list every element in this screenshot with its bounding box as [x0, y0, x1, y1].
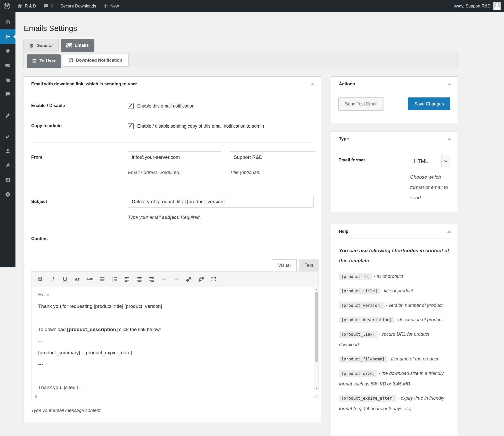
account-menu[interactable]: Howdy, Support R&D — [450, 2, 504, 10]
align-left-icon — [124, 276, 130, 282]
sidebar-item-comments[interactable] — [0, 87, 15, 102]
email-settings-panel: Email with download link, which is sendi… — [23, 76, 321, 423]
menu-separator — [0, 123, 15, 129]
copy-to-admin-label: Copy to admin — [31, 123, 128, 129]
comments-bubble-icon — [43, 3, 48, 9]
editor-tab-text[interactable]: Text — [299, 259, 319, 271]
divider — [32, 142, 314, 143]
posts-pin-icon — [5, 48, 11, 54]
sidebar-item-posts[interactable] — [0, 44, 15, 58]
editor-tab-visual[interactable]: Visual — [272, 259, 297, 271]
bulleted-list-icon — [99, 276, 105, 282]
from-label: From — [31, 155, 128, 160]
editor-paragraph — [38, 372, 307, 379]
numbered-list-button[interactable]: 123 — [109, 274, 120, 285]
save-changes-button[interactable]: Save Changes — [408, 97, 450, 110]
bold-button[interactable]: B — [35, 274, 46, 285]
scroll-up-icon[interactable]: ▲ — [314, 287, 319, 292]
collapse-toggle-icon[interactable] — [447, 230, 451, 233]
editor-paragraph — [38, 314, 307, 321]
svg-text:3: 3 — [112, 280, 113, 282]
content-label: Content — [31, 236, 128, 241]
shortcode-item: [product_expire_after] - expiry time in … — [339, 393, 450, 414]
scrollbar-thumb[interactable] — [315, 292, 318, 362]
collapse-toggle-icon[interactable] — [447, 138, 451, 140]
strikethrough-button[interactable]: ABC — [84, 274, 95, 285]
site-name-menu[interactable]: R & D — [14, 0, 40, 12]
copy-checkbox-label: Enable / disable sending copy of this em… — [137, 124, 264, 129]
shortcode-code: [product_version] — [339, 302, 385, 309]
shortcode-description: - ID of product — [374, 274, 403, 279]
subject-label: Subject — [31, 199, 128, 204]
undo-icon — [161, 276, 167, 282]
sidebar-item-plugins[interactable] — [0, 129, 15, 144]
secure-downloads-menu[interactable]: Secure Downloads — [57, 0, 100, 12]
link-button[interactable] — [183, 274, 194, 285]
wp-logo-menu[interactable]: W — [0, 0, 14, 12]
comments-menu[interactable]: 0 — [40, 0, 57, 12]
underline-button[interactable]: U — [59, 274, 71, 285]
subject-input[interactable] — [128, 196, 314, 208]
copy-to-admin-checkbox[interactable] — [128, 123, 134, 129]
email-format-select[interactable]: HTML — [410, 155, 450, 167]
from-title-input[interactable] — [230, 151, 315, 163]
subtab-download-notification[interactable]: ☑ Download Notification — [62, 54, 128, 67]
secure-downloads-arrow-icon — [5, 34, 11, 39]
blockquote-button[interactable]: “ — [72, 274, 83, 285]
align-right-button[interactable] — [146, 274, 157, 285]
fullscreen-button[interactable] — [208, 274, 219, 285]
new-menu[interactable]: New — [100, 0, 123, 12]
unlink-button[interactable] — [196, 274, 207, 285]
undo-button[interactable] — [158, 274, 170, 285]
resize-grip[interactable] — [313, 394, 316, 398]
collapse-toggle-icon[interactable] — [447, 83, 451, 85]
sidebar-item-users[interactable] — [0, 144, 15, 158]
actions-title: Actions — [339, 81, 355, 87]
scroll-down-icon[interactable]: ▼ — [314, 386, 319, 391]
gear-icon: ⚙ — [29, 43, 34, 48]
tab-general[interactable]: ⚙ General — [23, 39, 59, 52]
subject-help: Type your email subject. Required. — [128, 215, 201, 220]
sidebar-item-secure-downloads[interactable] — [0, 29, 15, 44]
editor-content-area[interactable]: Hello. Thank you for requesting [product… — [31, 287, 319, 391]
shortcode-item: [product_filename] - filename of the pro… — [339, 354, 450, 364]
shortcode-code: [product_description] — [339, 317, 394, 323]
editor-scrollbar[interactable]: ▲ ▼ — [314, 287, 319, 391]
strikethrough-icon: ABC — [86, 277, 93, 281]
unlink-icon — [198, 276, 204, 282]
fullscreen-icon — [210, 276, 217, 282]
active-item-notch — [13, 35, 15, 39]
send-test-email-button[interactable]: Send Test Email — [338, 97, 384, 110]
from-email-input[interactable] — [128, 151, 221, 163]
plus-icon — [103, 4, 108, 8]
sidebar-item-tools[interactable] — [0, 158, 15, 173]
tab-emails[interactable]: Emails — [61, 39, 94, 52]
sidebar-item-dashboard[interactable] — [0, 15, 15, 29]
italic-button[interactable]: I — [47, 274, 58, 285]
sidebar-item-settings[interactable] — [0, 173, 15, 187]
sidebar-item-media[interactable] — [0, 58, 15, 73]
divider — [32, 187, 314, 187]
sidebar-item-appearance[interactable] — [0, 108, 15, 123]
admin-content: Emails Settings ⚙ General Emails ☑ To Us… — [15, 12, 504, 436]
secure-downloads-label: Secure Downloads — [60, 4, 96, 9]
bold-icon: B — [38, 276, 43, 283]
help-intro: You can use following shortcodes in cont… — [339, 245, 450, 266]
redo-button[interactable] — [171, 274, 182, 285]
sidebar-item-play[interactable] — [0, 187, 15, 202]
subtab-to-user[interactable]: ☑ To User — [27, 54, 61, 68]
align-left-button[interactable] — [121, 274, 133, 285]
media-icon — [5, 63, 11, 68]
editor-paragraph: Hello. — [38, 291, 307, 298]
checkbox-icon: ☑ — [69, 58, 73, 63]
collapse-toggle-icon[interactable] — [311, 83, 315, 85]
bulleted-list-button[interactable] — [96, 274, 108, 285]
sidebar-item-pages[interactable] — [0, 73, 15, 87]
enable-checkbox[interactable] — [128, 103, 134, 109]
menu-separator — [0, 102, 15, 108]
shortcode-code: [product_id] — [339, 273, 372, 280]
play-circle-icon — [5, 192, 11, 197]
align-right-icon — [149, 276, 155, 282]
align-center-button[interactable] — [134, 274, 145, 285]
admin-sidebar — [0, 12, 15, 267]
